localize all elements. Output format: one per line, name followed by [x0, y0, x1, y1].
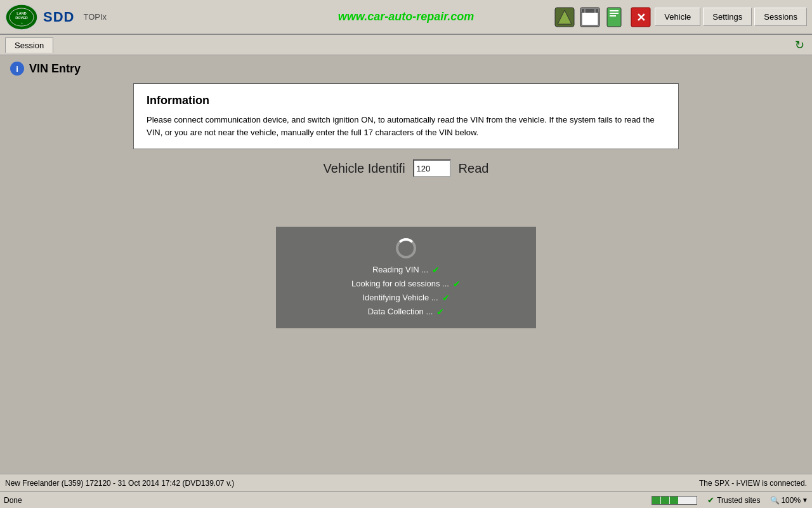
refresh-button[interactable]: ↻: [792, 37, 807, 53]
svg-text:✕: ✕: [636, 11, 646, 24]
progress-seg-2: [661, 497, 670, 504]
info-icon: i: [10, 62, 24, 76]
tool-icon-3[interactable]: [604, 6, 627, 29]
zoom-chevron: ▼: [802, 497, 808, 504]
progress-bar-area: [652, 496, 697, 505]
loading-overlay: Reading VIN ... ✔ Looking for old sessio…: [276, 227, 536, 328]
vin-input[interactable]: [413, 159, 451, 177]
check-icon-3: ✔: [442, 293, 450, 303]
topix-label: TOPIx: [83, 12, 107, 22]
progress-seg-1: [652, 497, 661, 504]
tool-icon-1[interactable]: [553, 6, 576, 29]
landrover-logo: LAND ROVER ✦: [5, 4, 38, 30]
done-text: Done: [4, 496, 22, 505]
vin-title: VIN Entry: [29, 62, 81, 76]
trusted-sites-text: Trusted sites: [717, 496, 760, 505]
svg-text:LAND: LAND: [16, 11, 26, 15]
read-button[interactable]: Read: [459, 161, 489, 176]
logo-area: LAND ROVER ✦ SDD TOPIx: [5, 4, 107, 30]
zoom-text: 100%: [781, 496, 801, 505]
svg-rect-14: [610, 13, 619, 14]
status-line-2: Looking for old sessions ... ✔: [351, 279, 461, 289]
sdd-logo: SDD: [43, 9, 74, 25]
header: LAND ROVER ✦ SDD TOPIx www.car-auto-repa…: [0, 0, 812, 35]
info-heading: Information: [147, 94, 665, 107]
progress-bar: [652, 496, 697, 505]
vin-entry-header: i VIN Entry: [10, 62, 802, 76]
info-box: Information Please connect communication…: [133, 83, 679, 149]
check-icon-2: ✔: [453, 279, 461, 289]
progress-seg-4: [679, 497, 688, 504]
spinner: [396, 238, 416, 258]
progress-seg-3: [670, 497, 679, 504]
info-text: Please connect communication device, and…: [147, 114, 665, 138]
trusted-sites-area: ✔ Trusted sites: [707, 495, 760, 505]
zoom-area[interactable]: 🔍 100% ▼: [770, 496, 808, 505]
svg-rect-13: [610, 10, 619, 11]
progress-seg-5: [688, 497, 697, 504]
vin-row: Vehicle Identifi Read: [10, 159, 802, 177]
statusbar: New Freelander (L359) 172120 - 31 Oct 20…: [0, 474, 812, 491]
tool-icon-4[interactable]: ✕: [629, 6, 652, 29]
check-icon-1: ✔: [432, 265, 440, 275]
zoom-icon: 🔍: [770, 496, 780, 505]
settings-button[interactable]: Settings: [703, 8, 752, 26]
statusbar-right-text: The SPX - i-VIEW is connected.: [699, 479, 807, 488]
sessions-button[interactable]: Sessions: [754, 8, 807, 26]
vin-label: Vehicle Identifi: [324, 161, 405, 176]
svg-rect-8: [582, 11, 598, 25]
main-content: i VIN Entry Information Please connect c…: [0, 55, 812, 474]
status-line-4: Data Collection ... ✔: [368, 307, 445, 317]
svg-rect-9: [582, 9, 598, 13]
header-right: ✕ Vehicle Settings Sessions: [553, 6, 807, 29]
session-tab[interactable]: Session: [5, 37, 53, 53]
ie-bar: Done ✔ Trusted sites 🔍 100% ▼: [0, 491, 812, 508]
status-line-1: Reading VIN ... ✔: [372, 265, 440, 275]
check-icon-4: ✔: [436, 307, 444, 317]
svg-text:ROVER: ROVER: [15, 16, 28, 20]
vehicle-button[interactable]: Vehicle: [655, 8, 700, 26]
status-line-3: Identifying Vehicle ... ✔: [362, 293, 449, 303]
svg-rect-15: [610, 15, 616, 17]
website-label: www.car-auto-repair.com: [338, 10, 474, 23]
tool-icon-2[interactable]: [579, 6, 601, 29]
toolbar: Session ↻: [0, 35, 812, 55]
statusbar-left-text: New Freelander (L359) 172120 - 31 Oct 20…: [5, 479, 699, 488]
trusted-sites-check: ✔: [707, 495, 714, 505]
